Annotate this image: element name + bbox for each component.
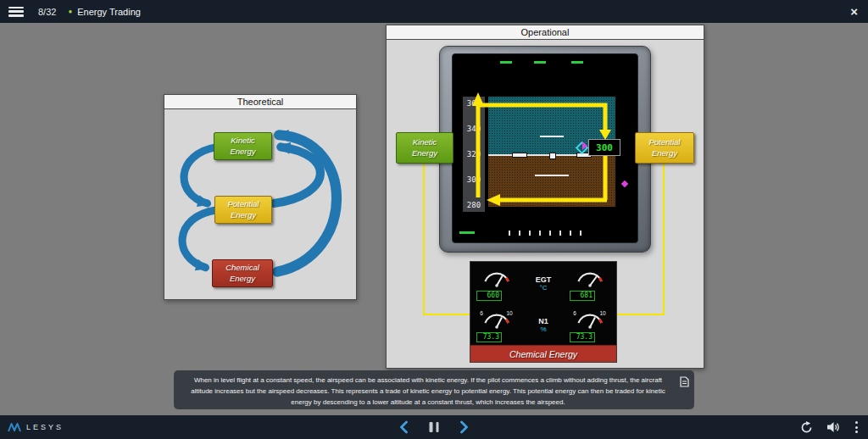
egt-value-left: 660 (476, 291, 502, 301)
pfd-annunciator-decoration (534, 61, 546, 64)
egt-gauge-left-dial (474, 263, 520, 290)
menu-icon[interactable] (8, 7, 24, 17)
speed-tape: 360 340 320 300 280 (463, 97, 485, 212)
narration-caption: When in level flight at a constant speed… (174, 370, 694, 409)
potential-energy-label: Potential Energy (635, 132, 694, 164)
egt-unit: °C (526, 284, 560, 292)
egt-gauge-right-dial (567, 263, 613, 290)
previous-button[interactable] (399, 420, 409, 434)
n1-gauge-right: 6 10 73.3 (567, 304, 613, 344)
potential-energy-box: Potential Energy (214, 196, 272, 224)
operational-panel: Operational 360 340 320 300 280 (386, 25, 704, 369)
attitude-ground (488, 154, 615, 207)
egt-gauge-right: 681 (567, 263, 613, 303)
utility-controls (800, 420, 860, 435)
speed-tape-value: 340 (467, 125, 481, 133)
altitude-bug-icon (582, 142, 587, 150)
theoretical-panel-title: Theoretical (164, 95, 356, 109)
pfd-annunciator-decoration (459, 231, 475, 234)
pfd-annunciator-decoration (571, 61, 583, 64)
egt-label-group: EGT °C (526, 263, 560, 292)
n1-value-left: 73.3 (476, 332, 502, 342)
n1-gauge-right-dial: 6 10 (567, 304, 613, 331)
app-window: 8/32 ● Energy Trading × Theoretical (0, 0, 868, 439)
pfd-screen: 360 340 320 300 280 (452, 53, 638, 243)
caption-text: When in level flight at a constant speed… (191, 376, 665, 406)
page-indicator: 8/32 (38, 7, 56, 17)
lesson-title: Energy Trading (77, 7, 141, 17)
speed-tape-value: 280 (467, 201, 481, 209)
n1-gauge-row: 6 10 73.3 N1 % (470, 303, 616, 345)
replay-icon[interactable] (800, 421, 813, 434)
kinetic-energy-box: Kinetic Energy (214, 132, 272, 160)
aircraft-symbol (512, 153, 527, 158)
speed-tape-value: 320 (467, 150, 481, 158)
theoretical-panel: Theoretical Kinetic Energy Potential Ene… (164, 94, 357, 300)
pause-button[interactable] (430, 422, 439, 432)
n1-gauge-left: 6 10 73.3 (474, 304, 520, 344)
egt-gauge-row: 660 EGT °C (470, 262, 616, 303)
n1-scale-low: 6 (573, 310, 576, 316)
n1-scale-low: 6 (480, 310, 483, 316)
engine-indications-panel: 660 EGT °C (470, 261, 617, 363)
egt-value-right: 681 (570, 291, 595, 301)
n1-value-right: 73.3 (570, 332, 595, 342)
lesson-bullet-icon: ● (68, 8, 72, 15)
chemical-energy-box: Chemical Energy (212, 259, 273, 287)
chemical-energy-banner: Chemical Energy (470, 345, 616, 362)
chevron-left-icon (399, 420, 409, 434)
pfd-annunciator-decoration (500, 61, 512, 64)
bottom-bar: LESYS (0, 415, 868, 439)
operational-panel-title: Operational (387, 25, 704, 40)
aircraft-symbol (549, 153, 556, 159)
speed-tape-value: 300 (467, 175, 481, 184)
transcript-icon[interactable] (680, 376, 689, 387)
n1-scale-high: 10 (506, 310, 513, 316)
n1-scale-high: 10 (599, 310, 606, 316)
altitude-readout: 300 (588, 139, 620, 156)
more-options-icon[interactable] (854, 420, 860, 435)
egt-label: EGT (526, 275, 560, 284)
brand-logo[interactable]: LESYS (7, 422, 64, 433)
kinetic-energy-label: Kinetic Energy (396, 132, 453, 164)
heading-ticks-decoration (509, 231, 590, 236)
operational-diagram: 360 340 320 300 280 (387, 40, 704, 368)
egt-gauge-left: 660 (474, 263, 520, 303)
playback-controls (399, 420, 470, 434)
volume-icon[interactable] (826, 421, 840, 433)
close-icon[interactable]: × (850, 5, 858, 18)
main-content: Theoretical Kinetic Energy Potential Ene… (0, 23, 868, 415)
pfd-instrument: 360 340 320 300 280 (439, 46, 651, 253)
n1-gauge-left-dial: 6 10 (474, 304, 520, 331)
speed-tape-value: 360 (467, 99, 481, 108)
top-bar: 8/32 ● Energy Trading × (0, 0, 868, 23)
brand-icon (7, 422, 22, 433)
chevron-right-icon (459, 420, 470, 434)
magenta-diamond-icon (621, 181, 628, 187)
pitch-mark (540, 136, 564, 137)
pitch-mark (535, 175, 569, 176)
next-button[interactable] (459, 420, 470, 434)
n1-label-group: N1 % (526, 304, 560, 333)
n1-label: N1 (526, 317, 560, 325)
brand-text: LESYS (26, 423, 64, 431)
theoretical-diagram: Kinetic Energy Potential Energy Chemical… (164, 109, 356, 299)
n1-unit: % (526, 325, 560, 333)
